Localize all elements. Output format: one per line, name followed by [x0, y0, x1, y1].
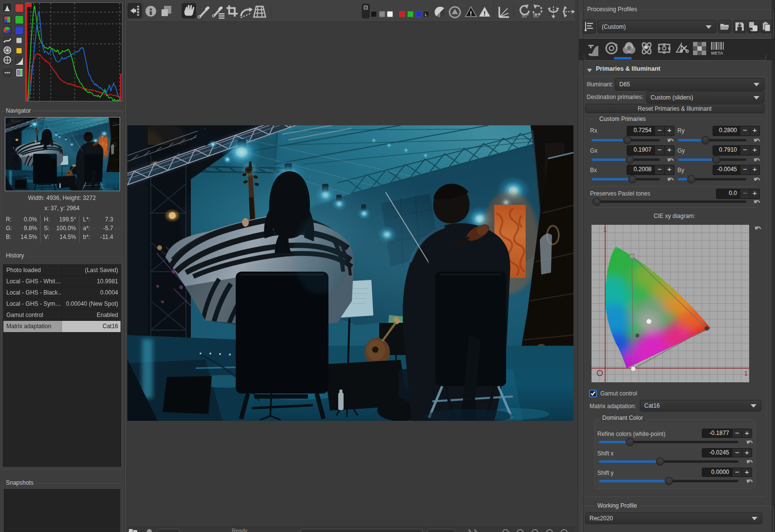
svg-text:90°: 90°	[521, 13, 529, 19]
svg-text:!: !	[484, 10, 486, 17]
svg-text:L: L	[425, 12, 428, 17]
svg-text:Ready: Ready	[232, 528, 247, 532]
svg-text:90°: 90°	[533, 13, 540, 19]
svg-text:T: T	[365, 6, 367, 10]
svg-text:1: 1	[603, 226, 607, 233]
svg-text:!: !	[470, 10, 472, 17]
svg-text:1: 1	[744, 370, 748, 377]
